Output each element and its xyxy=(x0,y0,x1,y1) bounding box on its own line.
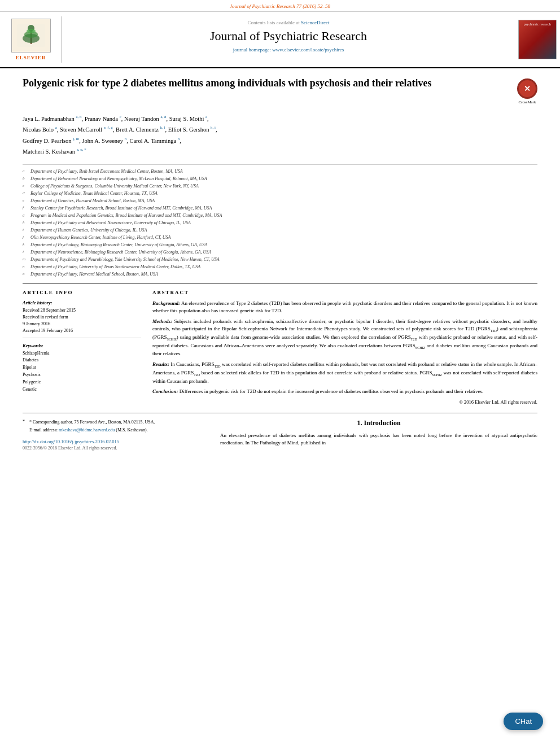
email-note: E-mail address: mkeshava@bidmc.harvard.e… xyxy=(23,427,203,433)
journal-thumbnail: psychiatric research xyxy=(515,16,560,63)
keyword-item: Polygenic xyxy=(23,379,141,386)
authors-line4: Matcheri S. Keshavan a, o, * xyxy=(23,146,537,157)
sciencedirect-link-text[interactable]: ScienceDirect xyxy=(301,20,329,25)
aff-text: Department of Genetics, Harvard Medical … xyxy=(30,198,155,204)
journal-homepage: journal homepage: www.elsevier.com/locat… xyxy=(73,47,504,53)
affiliation-item: oDepartment of Psychiatry, Harvard Medic… xyxy=(23,271,537,278)
abstract-background: Background: An elevated prevalence of Ty… xyxy=(152,300,537,315)
email-address[interactable]: mkeshava@bidmc.harvard.edu xyxy=(59,427,115,433)
affiliation-item: aDepartment of Psychiatry, Beth Israel D… xyxy=(23,168,537,175)
revised-date: 9 January 2016 xyxy=(23,321,141,327)
aff-text: Department of Human Genetics, University… xyxy=(30,227,147,234)
abstract-methods: Methods: Subjects included probands with… xyxy=(152,318,537,358)
history-label: Article history: xyxy=(23,300,141,305)
aff-text: Program in Medical and Population Geneti… xyxy=(30,212,222,219)
affiliation-item: lDepartment of Neuroscience, Bioimaging … xyxy=(23,249,537,256)
aff-text: Stanley Center for Psychiatric Research,… xyxy=(30,205,212,212)
article-dates: Received 28 September 2015 Received in r… xyxy=(23,307,141,338)
keyword-item: Psychosis xyxy=(23,372,141,379)
citation-bar: Journal of Psychiatric Research 77 (2016… xyxy=(0,0,560,12)
authors: Jaya L. Padmanabhan a, b, Pranav Nanda c… xyxy=(23,113,537,158)
aff-text: Department of Neuroscience, Bioimaging R… xyxy=(30,249,211,256)
aff-sup: a xyxy=(23,168,30,175)
affiliation-item: nDepartment of Psychiatry, University of… xyxy=(23,264,537,270)
crossmark-container: ✕ CrossMark xyxy=(517,78,537,104)
journal-header: ELSEVIER Contents lists available at Sci… xyxy=(0,12,560,68)
logo-image xyxy=(11,19,51,53)
conclusion-label: Conclusion: xyxy=(152,388,178,394)
aff-text: Olin Neuropsychiatry Research Center, In… xyxy=(30,234,171,241)
accepted-date: Accepted 19 February 2016 xyxy=(23,327,141,334)
intro-text: An elevated prevalence of diabetes melli… xyxy=(220,432,537,447)
aff-sup: k xyxy=(23,242,30,248)
affiliation-item: fStanley Center for Psychiatric Research… xyxy=(23,205,537,212)
article-info: Article Info Article history: Received 2… xyxy=(23,290,141,405)
aff-text: Department of Psychology, Bioimaging Res… xyxy=(30,242,207,248)
fn-space xyxy=(23,427,29,432)
results-text: In Caucasians, PGRST2D was correlated wi… xyxy=(152,361,537,384)
contents-text: Contents lists available at xyxy=(248,20,300,25)
email-label: E-mail address: xyxy=(29,427,58,433)
affiliation-item: eDepartment of Genetics, Harvard Medical… xyxy=(23,198,537,204)
email-note-text: (M.S. Keshavan). xyxy=(116,427,147,433)
affiliation-item: iDepartment of Human Genetics, Universit… xyxy=(23,227,537,234)
email-text: E-mail address: mkeshava@bidmc.harvard.e… xyxy=(29,427,148,433)
affiliation-item: hDepartment of Psychiatry and Behavioral… xyxy=(23,220,537,226)
elsevier-logo: ELSEVIER xyxy=(0,16,62,63)
aff-sup: e xyxy=(23,198,30,204)
aff-sup: c xyxy=(23,183,30,190)
methods-text: Subjects included probands with schizoph… xyxy=(152,318,537,357)
keyword-item: Diabetes xyxy=(23,357,141,364)
aff-text: Department of Psychiatry, University of … xyxy=(30,264,200,270)
section-divider xyxy=(23,283,537,284)
homepage-label: journal homepage: xyxy=(233,47,271,53)
thumb-image: psychiatric research xyxy=(518,20,557,59)
citation-text: Journal of Psychiatric Research 77 (2016… xyxy=(230,3,330,9)
corresponding-text: * Corresponding author. 75 Fenwood Ave.,… xyxy=(29,419,155,425)
aff-text: College of Physicians & Surgeons, Columb… xyxy=(30,183,199,190)
methods-label: Methods: xyxy=(152,318,172,324)
corresponding-note: * * Corresponding author. 75 Fenwood Ave… xyxy=(23,419,203,425)
background-label: Background: xyxy=(152,300,180,306)
aff-sup: m xyxy=(23,256,30,263)
chat-button[interactable]: CHat xyxy=(504,713,543,730)
aff-sup: d xyxy=(23,190,30,197)
sciencedirect-line: Contents lists available at ScienceDirec… xyxy=(73,20,504,25)
aff-sup: g xyxy=(23,212,30,219)
svg-point-5 xyxy=(27,29,36,33)
affiliation-item: kDepartment of Psychology, Bioimaging Re… xyxy=(23,242,537,248)
aff-sup: h xyxy=(23,220,30,226)
issn-line: 0022-3956/© 2016 Elsevier Ltd. All right… xyxy=(23,445,203,451)
two-col-layout: Article Info Article history: Received 2… xyxy=(23,290,537,405)
keyword-item: Genetic xyxy=(23,386,141,394)
thumb-title: psychiatric research xyxy=(524,23,551,27)
journal-title: Journal of Psychiatric Research xyxy=(73,29,504,43)
crossmark-label: CrossMark xyxy=(517,100,537,104)
aff-sup: j xyxy=(23,234,30,241)
aff-sup: f xyxy=(23,205,30,212)
affiliation-item: jOlin Neuropsychiatry Research Center, I… xyxy=(23,234,537,241)
authors-line1: Jaya L. Padmanabhan a, b, Pranav Nanda c… xyxy=(23,113,537,124)
abstract: Abstract Background: An elevated prevale… xyxy=(152,290,537,405)
affiliation-item: bDepartment of Behavioral Neurology and … xyxy=(23,176,537,182)
homepage-link[interactable]: www.elsevier.com/locate/psychires xyxy=(272,47,344,53)
received-date: Received 28 September 2015 xyxy=(23,307,141,314)
article-title: Polygenic risk for type 2 diabetes melli… xyxy=(23,76,511,90)
affiliation-item: cCollege of Physicians & Surgeons, Colum… xyxy=(23,183,537,190)
keyword-item: SchizopHrenia xyxy=(23,350,141,357)
aff-text: Department of Psychiatry and Behavioral … xyxy=(30,220,191,226)
crossmark-icon: ✕ xyxy=(517,78,537,99)
elsevier-brand: ELSEVIER xyxy=(16,55,46,60)
keyword-item: Bipolar xyxy=(23,364,141,372)
received-revised: Received in revised form xyxy=(23,314,141,321)
keywords-list: SchizopHreniaDiabetesBipolarPsychosisPol… xyxy=(23,350,141,394)
aff-text: Department of Psychiatry, Beth Israel De… xyxy=(30,168,183,175)
doi-container: http://dx.doi.org/10.1016/j.jpsychires.2… xyxy=(23,439,203,451)
aff-sup: o xyxy=(23,271,30,278)
aff-sup: l xyxy=(23,249,30,256)
main-content: Polygenic risk for type 2 diabetes melli… xyxy=(0,68,560,462)
results-label: Results: xyxy=(152,361,169,367)
intro-heading: 1. Introduction xyxy=(220,419,537,427)
doi-link[interactable]: http://dx.doi.org/10.1016/j.jpsychires.2… xyxy=(23,439,203,444)
abstract-conclusion: Conclusion: Differences in polygenic ris… xyxy=(152,388,537,396)
